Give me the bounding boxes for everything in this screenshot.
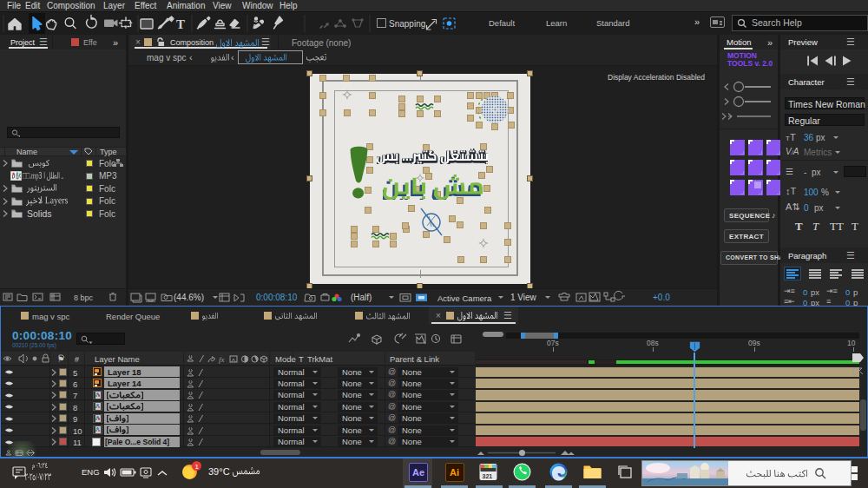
svg-text:T: T [176,17,185,31]
svg-text:Mode: Mode [275,354,296,364]
svg-text:Parent & Link: Parent & Link [390,354,439,364]
svg-text:T: T [299,354,304,364]
svg-text:Layer Name: Layer Name [95,354,140,364]
svg-text:8 bpc: 8 bpc [74,293,94,302]
svg-text:#: # [75,355,79,364]
svg-text:321: 321 [483,473,493,479]
svg-text:⚑: ⚑ [57,355,64,364]
svg-text:fx: fx [219,355,225,364]
svg-text:TrkMat: TrkMat [307,354,333,364]
